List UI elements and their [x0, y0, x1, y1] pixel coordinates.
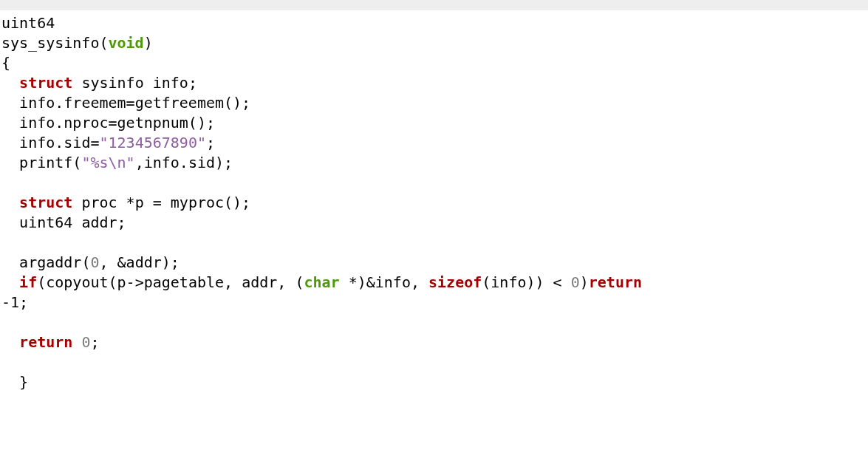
assign: info.sid= — [1, 134, 99, 151]
brace-open: { — [1, 54, 10, 72]
code-line: printf("%s\n",info.sid); — [1, 154, 233, 171]
kw-struct: struct — [19, 194, 72, 211]
string-literal: "%s\n" — [81, 154, 134, 171]
semi: ; — [90, 333, 99, 351]
num-zero: 0 — [571, 273, 580, 291]
kw-return: return — [19, 333, 72, 351]
code-line: uint64 addr; — [1, 214, 126, 231]
expr: *)&info, — [340, 273, 428, 291]
fn-name: sys_sysinfo( — [1, 34, 109, 52]
code-line: info.freemem=getfreemem(); — [1, 94, 250, 112]
code-line: -1; — [1, 293, 28, 311]
code-line: info.nproc=getnpnum(); — [1, 114, 215, 132]
args: , &addr); — [99, 253, 179, 271]
window-top-strip — [0, 0, 868, 10]
kw-if: if — [19, 273, 37, 291]
type-char: char — [304, 273, 339, 291]
num-zero: 0 — [90, 253, 99, 271]
type-void: void — [109, 34, 144, 52]
indent — [1, 74, 19, 92]
indent — [1, 194, 19, 211]
args: ,info.sid); — [135, 154, 233, 171]
call: printf( — [1, 154, 81, 171]
call: argaddr( — [1, 253, 90, 271]
decl: sysinfo info; — [72, 74, 197, 92]
kw-struct: struct — [19, 74, 72, 92]
decl: proc *p = myproc(); — [72, 194, 250, 211]
paren: ) — [144, 34, 153, 52]
semi: ; — [206, 134, 215, 151]
num-zero: 0 — [81, 333, 90, 351]
expr: (copyout(p->pagetable, addr, ( — [37, 273, 304, 291]
kw-return: return — [589, 273, 642, 291]
paren: ) — [580, 273, 589, 291]
code-line: if(copyout(p->pagetable, addr, (char *)&… — [1, 273, 651, 291]
code-line: argaddr(0, &addr); — [1, 253, 180, 271]
indent — [1, 273, 19, 291]
code-line: info.sid="1234567890"; — [1, 134, 215, 151]
code-line: sys_sysinfo(void) — [1, 34, 153, 52]
code-line: struct proc *p = myproc(); — [1, 194, 250, 211]
space — [642, 273, 651, 291]
code-block: uint64 sys_sysinfo(void) { struct sysinf… — [0, 10, 868, 392]
code-line: struct sysinfo info; — [1, 74, 197, 92]
space — [72, 333, 81, 351]
string-literal: "1234567890" — [99, 134, 206, 151]
code-line: return 0; — [1, 333, 99, 351]
kw-sizeof: sizeof — [428, 273, 482, 291]
brace-close: } — [1, 373, 28, 391]
expr: (info)) < — [482, 273, 570, 291]
code-line: uint64 — [1, 14, 55, 32]
indent — [1, 333, 19, 351]
